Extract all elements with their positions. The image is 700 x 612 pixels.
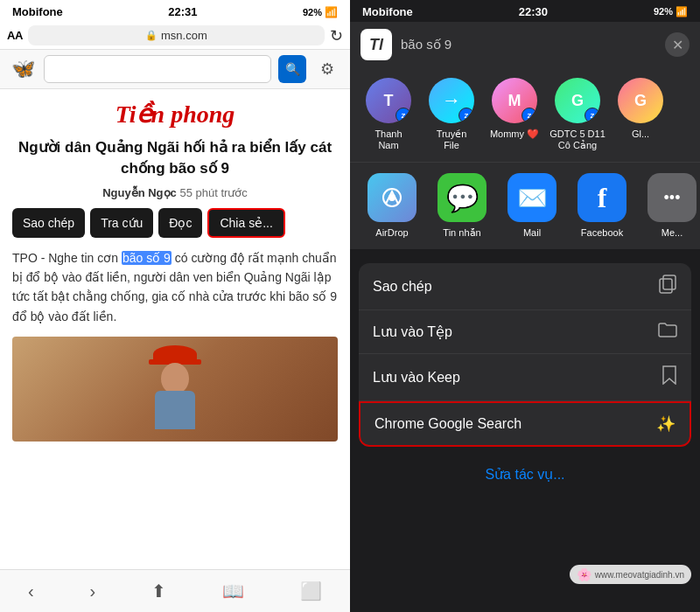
- contact-truyen-file[interactable]: → Z TruyềnFile: [420, 78, 483, 151]
- folder-icon: [658, 322, 677, 342]
- forward-button[interactable]: ›: [83, 578, 103, 605]
- more-icon: •••: [648, 173, 696, 222]
- contact-name-truyen: TruyềnFile: [437, 129, 467, 151]
- mail-icon: ✉️: [508, 173, 556, 222]
- action-chrome-search[interactable]: Chrome Google Search ✨: [359, 401, 691, 447]
- time-right: 22:30: [519, 5, 548, 18]
- body-text-1: TPO - Nghe tin cơn: [12, 251, 122, 265]
- face: [161, 363, 189, 394]
- article-time-text: 55 phút trước: [179, 186, 247, 199]
- action-luuvao-tep-label: Lưu vào Tệp: [373, 323, 452, 340]
- contact-name-thanh: ThanhNam: [374, 129, 402, 151]
- copy-icon: [658, 275, 677, 298]
- search-button[interactable]: 🔍: [278, 55, 306, 83]
- search-bar[interactable]: [44, 55, 271, 83]
- zalo-badge-gdtc: Z: [584, 108, 600, 123]
- app-more[interactable]: ••• Me...: [637, 173, 700, 239]
- bottom-nav: ‹ › ⬆ 📖 ⬜: [0, 569, 350, 612]
- app-mail[interactable]: ✉️ Mail: [497, 173, 567, 239]
- app-name-mail: Mail: [523, 227, 541, 238]
- action-buttons: Sao chép Tra cứu Đọc Chia sẻ...: [12, 208, 338, 238]
- url-text: msn.com: [161, 29, 207, 42]
- avatar-gl: G: [618, 78, 663, 123]
- time-left: 22:31: [168, 5, 197, 18]
- contact-mommy[interactable]: M Z Mommy ❤️: [483, 78, 546, 151]
- apps-row: AirDrop 💬 Tin nhắn ✉️ Mail f Facebook ••…: [350, 163, 700, 256]
- contact-name-gdtc: GDTC 5 D11Cô Cảng: [550, 129, 606, 151]
- action-list: Sao chép Lưu vào Tệp Lưu vào Keep: [359, 263, 691, 447]
- share-header: Tl bão số 9 ✕: [350, 22, 700, 67]
- tienphong-logo: Tiền phong: [12, 100, 338, 129]
- avatar-truyen: → Z: [429, 78, 474, 123]
- article-meta: Nguyễn Ngọc 55 phút trước: [12, 186, 338, 199]
- contact-gl[interactable]: G Gl...: [609, 78, 672, 151]
- tracuu-button[interactable]: Tra cứu: [90, 208, 153, 238]
- chiase-button[interactable]: Chia sẻ...: [207, 208, 284, 238]
- tabs-button[interactable]: ⬜: [293, 577, 329, 605]
- butterfly-icon: 🦋: [11, 58, 35, 80]
- battery-left: 92% 📶: [303, 5, 338, 18]
- contacts-row: T Z ThanhNam → Z TruyềnFile M Z Mommy ❤️…: [350, 67, 700, 163]
- action-luuvao-keep[interactable]: Lưu vào Keep: [359, 354, 691, 401]
- search-icon: 🔍: [285, 62, 300, 76]
- action-luuvao-keep-label: Lưu vào Keep: [373, 369, 460, 386]
- lock-icon: 🔒: [145, 30, 158, 41]
- bookmarks-button[interactable]: 📖: [215, 577, 251, 605]
- doc-button[interactable]: Đọc: [158, 208, 202, 238]
- brand-name: Tiền phong: [116, 101, 235, 128]
- zalo-badge: Z: [396, 108, 411, 123]
- contact-name-gl: Gl...: [632, 129, 649, 140]
- bookmark-icon: [662, 365, 677, 389]
- facebook-icon: f: [578, 173, 626, 222]
- watermark: 🌸 www.meovatgiadinh.vn: [570, 565, 691, 584]
- app-name-airdrop: AirDrop: [375, 227, 408, 238]
- saochep-button[interactable]: Sao chép: [12, 208, 85, 238]
- reload-button[interactable]: ↻: [330, 26, 343, 45]
- person-figure: [144, 345, 206, 433]
- app-name-facebook: Facebook: [581, 227, 623, 238]
- zalo-badge-mommy: Z: [522, 108, 537, 123]
- action-luuvao-tep[interactable]: Lưu vào Tệp: [359, 310, 691, 354]
- app-messages[interactable]: 💬 Tin nhắn: [427, 173, 497, 239]
- chrome-google-search-label: Chrome Google Search: [374, 416, 522, 432]
- article-author: Nguyễn Ngọc: [102, 186, 177, 199]
- app-name-messages: Tin nhắn: [443, 227, 480, 239]
- action-list-container: Sao chép Lưu vào Tệp Lưu vào Keep: [350, 256, 700, 454]
- battery-right: 92% 📶: [654, 6, 688, 17]
- aa-button[interactable]: AA: [7, 29, 23, 42]
- app-facebook[interactable]: f Facebook: [567, 173, 637, 239]
- action-saochep-label: Sao chép: [373, 279, 432, 295]
- shirt: [155, 391, 195, 429]
- action-saochep[interactable]: Sao chép: [359, 263, 691, 310]
- back-button[interactable]: ‹: [21, 578, 41, 605]
- gear-icon: ⚙: [320, 59, 334, 79]
- contact-name-mommy: Mommy ❤️: [490, 129, 539, 140]
- app-name-more: Me...: [662, 227, 682, 238]
- content-area: Tiền phong Người dân Quảng Ngãi hối hả r…: [0, 89, 350, 569]
- url-field[interactable]: 🔒 msn.com: [28, 25, 325, 45]
- status-bar-left: Mobifone 22:31 92% 📶: [0, 0, 350, 22]
- logo-button[interactable]: 🦋: [9, 55, 37, 83]
- watermark-text: www.meovatgiadinh.vn: [595, 570, 684, 580]
- sparkle-icon: ✨: [656, 414, 676, 434]
- avatar-initial-gl: G: [618, 78, 663, 123]
- avatar-mommy: M Z: [492, 78, 537, 123]
- share-button[interactable]: ⬆: [144, 577, 173, 605]
- highlighted-keyword: bão số 9: [122, 251, 172, 265]
- flower-icon: 🌸: [577, 567, 592, 581]
- gear-button[interactable]: ⚙: [313, 55, 341, 83]
- article-body: TPO - Nghe tin cơn bão số 9 có cường độ …: [12, 248, 338, 327]
- article-title: Người dân Quảng Ngãi hối hả ra biển lấy …: [12, 137, 338, 179]
- zalo-badge-truyen: Z: [458, 108, 474, 123]
- avatar-thanh: T Z: [366, 78, 411, 123]
- bottom-link[interactable]: Sửa tác vụ...: [350, 454, 700, 495]
- carrier-left: Mobifone: [12, 5, 63, 18]
- close-button[interactable]: ✕: [665, 32, 690, 57]
- airdrop-svg: [379, 184, 405, 211]
- contact-gdtc[interactable]: G Z GDTC 5 D11Cô Cảng: [546, 78, 609, 151]
- app-airdrop[interactable]: AirDrop: [357, 173, 427, 239]
- text-icon: Tl: [360, 29, 392, 60]
- share-search-title: bão số 9: [401, 37, 656, 52]
- right-phone: Mobifone 22:30 92% 📶 Tl bão số 9 ✕ T Z T…: [350, 0, 700, 612]
- contact-thanh-nam[interactable]: T Z ThanhNam: [357, 78, 420, 151]
